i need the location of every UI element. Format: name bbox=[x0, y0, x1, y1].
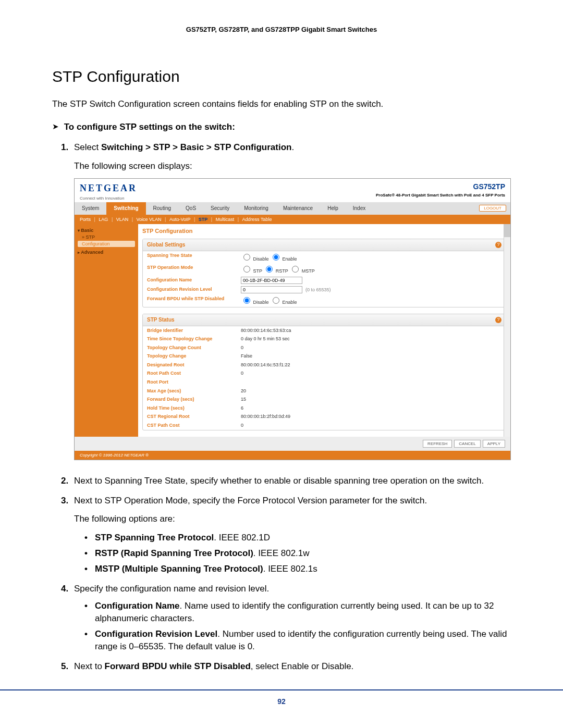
status-label: Hold Time (secs) bbox=[147, 405, 241, 412]
status-label: CST Regional Root bbox=[147, 413, 241, 420]
ui-screenshot: NETGEAR Connect with Innovation GS752TP … bbox=[74, 178, 511, 460]
field-value: Disable Enable bbox=[241, 295, 501, 306]
page-number: 92 bbox=[0, 689, 563, 707]
status-label: Root Port bbox=[147, 379, 241, 386]
subtab-ports[interactable]: Ports bbox=[80, 217, 91, 222]
field-label: Configuration Revision Level bbox=[147, 286, 241, 293]
subtab-stp[interactable]: STP bbox=[199, 217, 208, 222]
radio-disable[interactable] bbox=[243, 254, 250, 261]
field-value bbox=[241, 277, 501, 284]
main-panel: STP Configuration Global Settings ? Span… bbox=[138, 224, 510, 436]
radio-enable[interactable] bbox=[273, 254, 279, 261]
stp-status-panel: STP Status ? Bridge Identifier80:00:00:1… bbox=[142, 314, 506, 430]
sidebar-group-advanced[interactable]: ▸ Advanced bbox=[78, 249, 135, 256]
help-icon[interactable]: ? bbox=[495, 242, 501, 248]
logout-button[interactable]: LOGOUT bbox=[479, 205, 506, 212]
tab-maintenance[interactable]: Maintenance bbox=[276, 202, 320, 215]
help-icon[interactable]: ? bbox=[495, 317, 501, 323]
step-5: Next to Forward BPDU while STP Disabled,… bbox=[71, 660, 511, 673]
logo-tagline: Connect with Innovation bbox=[80, 195, 137, 201]
panel-heading: STP Configuration bbox=[142, 227, 506, 235]
field-value: Disable Enable bbox=[241, 252, 501, 263]
status-value: 80:00:00:1b:2f:bd:0d:49 bbox=[241, 413, 501, 420]
step-3: Next to STP Operation Mode, specify the … bbox=[71, 495, 511, 575]
status-label: Topology Change Count bbox=[147, 344, 241, 351]
subtab-multicast[interactable]: Multicast bbox=[216, 217, 235, 222]
field-label: STP Operation Mode bbox=[147, 264, 241, 275]
copyright: Copyright © 1996-2012 NETGEAR ® bbox=[75, 451, 510, 460]
tab-index[interactable]: Index bbox=[346, 202, 373, 215]
bullet-item: MSTP (Multiple Spanning Tree Protocol). … bbox=[84, 563, 511, 575]
sidebar: ▾ Basic » STP Configuration ▸ Advanced bbox=[75, 224, 138, 436]
step-1: Select Switching > STP > Basic > STP Con… bbox=[71, 141, 511, 460]
status-label: CST Path Cost bbox=[147, 422, 241, 429]
status-label: Root Path Cost bbox=[147, 370, 241, 377]
model-description: ProSafe® 48-Port Gigabit Smart Switch wi… bbox=[376, 192, 505, 198]
scrollbar[interactable] bbox=[504, 224, 510, 436]
global-settings-panel: Global Settings ? Spanning Tree State Di… bbox=[142, 239, 506, 307]
global-settings-title: Global Settings bbox=[147, 241, 185, 249]
apply-button[interactable]: APPLY bbox=[483, 440, 505, 448]
tab-qos[interactable]: QoS bbox=[178, 202, 203, 215]
sidebar-group-basic[interactable]: ▾ Basic bbox=[78, 227, 135, 234]
radio-disable[interactable] bbox=[243, 297, 250, 304]
model-number: GS752TP bbox=[376, 182, 505, 192]
radio-rstp[interactable] bbox=[266, 266, 273, 273]
stp-status-title: STP Status bbox=[147, 316, 175, 324]
section-title: STP Configuration bbox=[52, 66, 511, 88]
field-label: Configuration Name bbox=[147, 277, 241, 284]
tab-routing[interactable]: Routing bbox=[146, 202, 178, 215]
doc-header: GS752TP, GS728TP, and GS728TPP Gigabit S… bbox=[52, 25, 511, 34]
procedure-heading: ➤ To configure STP settings on the switc… bbox=[52, 121, 511, 133]
bullet-item: Configuration Revision Level. Number use… bbox=[84, 628, 511, 653]
tab-security[interactable]: Security bbox=[203, 202, 237, 215]
tab-help[interactable]: Help bbox=[320, 202, 346, 215]
status-value: 0 day 0 hr 5 min 53 sec bbox=[241, 336, 501, 342]
status-value: 0 bbox=[241, 422, 501, 429]
text-input[interactable] bbox=[241, 277, 302, 284]
refresh-button[interactable]: REFRESH bbox=[423, 440, 452, 448]
status-label: Bridge Identifier bbox=[147, 327, 241, 334]
scroll-thumb[interactable] bbox=[504, 224, 510, 237]
status-value: 0 bbox=[241, 344, 501, 351]
subtab-voice-vlan[interactable]: Voice VLAN bbox=[137, 217, 162, 222]
bullet-item: STP Spanning Tree Protocol. IEEE 802.1D bbox=[84, 532, 511, 544]
status-value: 20 bbox=[241, 388, 501, 394]
status-value: False bbox=[241, 353, 501, 360]
status-value: 80:00:00:14:6c:53:f1:22 bbox=[241, 362, 501, 368]
netgear-logo: NETGEAR bbox=[80, 182, 137, 195]
sidebar-item-configuration[interactable]: Configuration bbox=[78, 241, 135, 248]
subtab-auto-voip[interactable]: Auto-VoIP bbox=[169, 217, 191, 222]
main-tabs: SystemSwitchingRoutingQoSSecurityMonitor… bbox=[75, 202, 510, 215]
field-value: (0 to 65535) bbox=[241, 286, 501, 293]
status-label: Designated Root bbox=[147, 362, 241, 368]
tab-switching[interactable]: Switching bbox=[106, 202, 145, 215]
field-label: Forward BPDU while STP Disabled bbox=[147, 295, 241, 306]
subtab-address-table[interactable]: Address Table bbox=[242, 217, 272, 222]
subtab-lag[interactable]: LAG bbox=[99, 217, 108, 222]
text-input[interactable] bbox=[241, 286, 302, 293]
status-label: Time Since Topology Change bbox=[147, 336, 241, 342]
radio-mstp[interactable] bbox=[292, 266, 299, 273]
step-list: Select Switching > STP > Basic > STP Con… bbox=[52, 141, 511, 673]
radio-enable[interactable] bbox=[273, 297, 279, 304]
status-value: 15 bbox=[241, 396, 501, 403]
bullet-item: RSTP (Rapid Spanning Tree Protocol). IEE… bbox=[84, 547, 511, 560]
sidebar-item-stp[interactable]: » STP bbox=[78, 234, 135, 241]
radio-stp[interactable] bbox=[243, 266, 250, 273]
tab-system[interactable]: System bbox=[75, 202, 106, 215]
tab-monitoring[interactable]: Monitoring bbox=[237, 202, 276, 215]
subtab-vlan[interactable]: VLAN bbox=[116, 217, 129, 222]
status-value: 0 bbox=[241, 370, 501, 377]
status-label: Forward Delay (secs) bbox=[147, 396, 241, 403]
cancel-button[interactable]: CANCEL bbox=[454, 440, 480, 448]
status-value: 6 bbox=[241, 405, 501, 412]
field-label: Spanning Tree State bbox=[147, 252, 241, 263]
status-value bbox=[241, 379, 501, 386]
field-value: STP RSTP MSTP bbox=[241, 264, 501, 275]
bullet-item: Configuration Name. Name used to identif… bbox=[84, 600, 511, 625]
intro-text: The STP Switch Configuration screen cont… bbox=[52, 98, 511, 110]
arrow-icon: ➤ bbox=[52, 121, 62, 132]
step-4: Specify the configuration name and revis… bbox=[71, 583, 511, 653]
footer-buttons: REFRESHCANCELAPPLY bbox=[75, 437, 510, 451]
